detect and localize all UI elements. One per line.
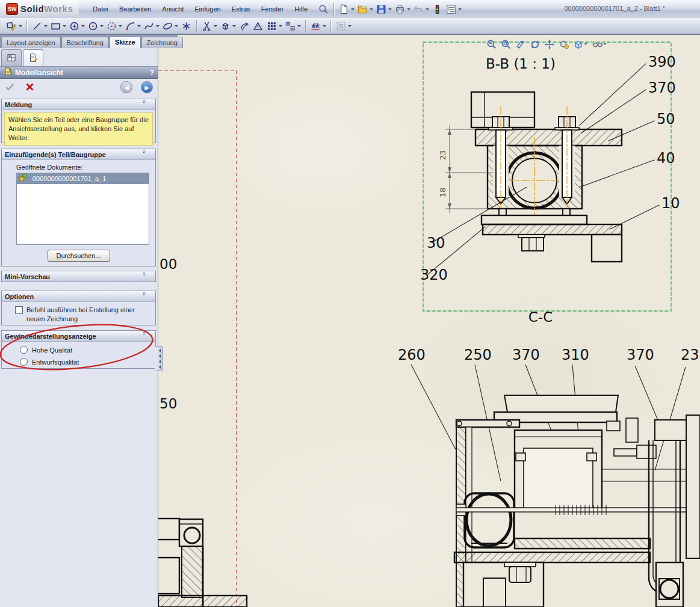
property-manager-panel: Modellansicht ? ◀ ▶ Meldung Wählen Sie e… bbox=[0, 48, 158, 607]
pan-button[interactable] bbox=[542, 37, 556, 51]
partial-left-view: 00 50 bbox=[158, 256, 247, 607]
next-arrow-button[interactable]: ▶ bbox=[141, 81, 153, 93]
balloon-320[interactable]: 320 bbox=[420, 267, 448, 283]
message-box: Wählen Sie ein Teil oder eine Baugruppe … bbox=[4, 112, 153, 146]
menu-datei[interactable]: Datei bbox=[87, 3, 114, 15]
zoom-area-icon bbox=[500, 39, 512, 50]
chevron-down-icon bbox=[141, 271, 152, 282]
dimension-button[interactable]: 6k bbox=[309, 19, 327, 33]
mirror-entities-button[interactable] bbox=[251, 19, 265, 33]
browse-button[interactable]: Durchsuchen... bbox=[48, 250, 110, 262]
run-command-checkbox[interactable] bbox=[15, 306, 23, 314]
radio-entwurfsqualitaet-label: Entwurfsqualität bbox=[32, 359, 79, 366]
circle-icon bbox=[69, 20, 80, 32]
help-button[interactable]: ? bbox=[150, 69, 154, 77]
tab-beschriftung[interactable]: Beschriftung bbox=[61, 37, 109, 48]
menu-bearbeiten[interactable]: Bearbeiten bbox=[114, 3, 156, 15]
search-button[interactable] bbox=[317, 2, 330, 16]
print-button[interactable] bbox=[393, 2, 412, 16]
balloon-390[interactable]: 390 bbox=[648, 54, 676, 70]
options-button[interactable] bbox=[444, 2, 463, 16]
linear-pattern-button[interactable] bbox=[265, 19, 283, 33]
radio-hohe-qualitaet[interactable] bbox=[20, 346, 28, 354]
balloon-50[interactable]: 50 bbox=[657, 111, 675, 128]
balloon-260[interactable]: 260 bbox=[398, 347, 426, 363]
section-meldung-header[interactable]: Meldung bbox=[2, 99, 155, 110]
section-optionen-header[interactable]: Optionen bbox=[2, 291, 155, 302]
feature-manager-tab[interactable] bbox=[1, 49, 22, 66]
balloon-230-clipped[interactable]: 23 bbox=[681, 347, 699, 363]
rectangle-tool-button[interactable] bbox=[49, 19, 67, 33]
document-list-item[interactable]: 0000000000001701_a_1 bbox=[17, 173, 149, 184]
sketch-button[interactable] bbox=[5, 19, 23, 33]
arc-tool-button[interactable] bbox=[123, 19, 142, 33]
balloon-40[interactable]: 40 bbox=[657, 150, 675, 167]
section-mini-header[interactable]: Mini-Vorschau bbox=[2, 271, 155, 282]
spline-tool-button[interactable] bbox=[142, 19, 161, 33]
circle-tool-button[interactable] bbox=[67, 19, 86, 33]
menu-ansicht[interactable]: Ansicht bbox=[156, 3, 189, 15]
save-button[interactable] bbox=[374, 2, 393, 16]
back-arrow-button[interactable]: ◀ bbox=[120, 81, 132, 93]
zoom-area-button[interactable] bbox=[499, 37, 513, 51]
reference-circle-icon bbox=[335, 20, 347, 32]
line-icon bbox=[31, 20, 43, 32]
convert-entities-button[interactable] bbox=[218, 19, 237, 33]
rebuild-button[interactable] bbox=[430, 2, 444, 16]
balloon-10[interactable]: 10 bbox=[661, 195, 680, 212]
section-teil-title: Einzufügende(s) Teil/Baugruppe bbox=[5, 151, 106, 158]
move-entities-button[interactable] bbox=[283, 19, 302, 33]
menu-hilfe[interactable]: Hilfe bbox=[289, 3, 313, 15]
cancel-x-icon[interactable] bbox=[25, 82, 36, 93]
open-button[interactable] bbox=[356, 2, 374, 16]
chevron-up-icon bbox=[141, 149, 152, 160]
undo-button[interactable] bbox=[412, 2, 430, 16]
view-settings-button[interactable] bbox=[557, 37, 571, 51]
balloon-30[interactable]: 30 bbox=[427, 235, 445, 251]
menu-einfuegen[interactable]: Einfügen bbox=[189, 3, 226, 15]
tab-zeichnung[interactable]: Zeichnung bbox=[141, 37, 183, 48]
tab-skizze[interactable]: Skizze bbox=[110, 36, 141, 48]
arc-icon bbox=[125, 20, 136, 32]
model-view-icon bbox=[4, 67, 15, 78]
balloon-250[interactable]: 250 bbox=[464, 347, 492, 363]
drawing-canvas[interactable]: B-B (1 : 1) bbox=[158, 35, 700, 607]
radio-hohe-qualitaet-label: Hohe Qualität bbox=[32, 347, 72, 354]
zoom-fit-button[interactable] bbox=[485, 37, 498, 51]
radio-entwurfsqualitaet[interactable] bbox=[20, 358, 28, 366]
section-meldung-title: Meldung bbox=[5, 101, 32, 108]
property-manager-header: Modellansicht ? bbox=[0, 66, 158, 79]
titlebar: SW SolidWorks Datei Bearbeiten Ansicht E… bbox=[0, 0, 700, 19]
panel-collapse-handle[interactable] bbox=[155, 346, 163, 371]
reference-geometry-button[interactable] bbox=[334, 19, 353, 33]
trim-entities-button[interactable] bbox=[200, 19, 218, 33]
new-document-button[interactable] bbox=[337, 2, 356, 16]
rotate-view-button[interactable] bbox=[513, 37, 527, 51]
tab-layout-anzeigen[interactable]: Layout anzeigen bbox=[1, 37, 61, 48]
solidworks-logo-icon: SW bbox=[6, 3, 18, 15]
hide-show-items-button[interactable] bbox=[590, 37, 609, 51]
line-tool-button[interactable] bbox=[30, 19, 49, 33]
ok-checkmark-icon[interactable] bbox=[5, 82, 16, 93]
perimeter-circle-button[interactable] bbox=[86, 19, 105, 33]
balloon-370a[interactable]: 370 bbox=[512, 347, 540, 363]
menu-fenster[interactable]: Fenster bbox=[256, 3, 289, 15]
partial-balloon-50: 50 bbox=[160, 396, 177, 411]
balloon-370b[interactable]: 370 bbox=[627, 347, 654, 363]
balloon-310[interactable]: 310 bbox=[562, 347, 589, 363]
display-style-button[interactable] bbox=[571, 37, 590, 51]
property-manager-tab[interactable] bbox=[23, 49, 43, 66]
section-optionen-title: Optionen bbox=[5, 293, 34, 300]
ellipse-tool-button[interactable] bbox=[161, 19, 179, 33]
refresh-view-button[interactable] bbox=[528, 37, 542, 51]
spline-circle-button[interactable] bbox=[105, 19, 123, 33]
menu-extras[interactable]: Extras bbox=[226, 3, 256, 15]
offset-entities-button[interactable] bbox=[237, 19, 251, 33]
section-gewinde-header[interactable]: Gewindedarstellungsanzeige bbox=[2, 331, 155, 342]
feature-manager-icon bbox=[6, 52, 17, 64]
balloon-370[interactable]: 370 bbox=[648, 79, 676, 96]
open-documents-list[interactable]: 0000000000001701_a_1 bbox=[16, 173, 149, 245]
point-tool-button[interactable] bbox=[179, 19, 193, 33]
workspace: B-B (1 : 1) bbox=[0, 35, 700, 607]
section-teil-header[interactable]: Einzufügende(s) Teil/Baugruppe bbox=[2, 149, 155, 160]
